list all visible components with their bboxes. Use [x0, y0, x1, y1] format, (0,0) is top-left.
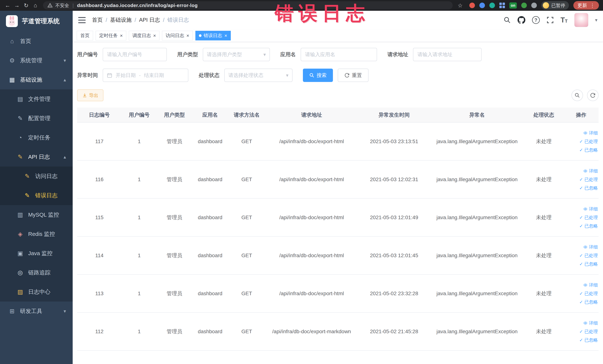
mark-ignored-link[interactable]: ✓已忽略: [565, 260, 598, 268]
detail-link[interactable]: 详细: [565, 167, 598, 175]
exception-time-range-picker[interactable]: 开始日期 - 结束日期: [103, 69, 188, 82]
sidebar-item-file-manage[interactable]: ▤ 文件管理: [0, 89, 73, 109]
sidebar-item-cron-job[interactable]: ◔ 定时任务: [0, 128, 73, 147]
tab-schedule-log[interactable]: 调度日志 ×: [129, 31, 159, 40]
mark-ignored-link[interactable]: ✓已忽略: [565, 184, 598, 192]
mark-processed-link[interactable]: ✓已处理: [565, 175, 598, 184]
active-dot: [199, 34, 201, 37]
mark-ignored-link[interactable]: ✓已忽略: [565, 146, 598, 154]
profile-avatar-icon: [543, 2, 549, 9]
extension-icon-teal[interactable]: [489, 3, 495, 8]
browser-update-button[interactable]: 更新 ⋮: [573, 1, 599, 10]
close-icon[interactable]: ×: [120, 33, 123, 38]
sidebar-item-tracing[interactable]: ◎ 链路追踪: [0, 263, 73, 282]
browser-toolbar: ← → ↻ ⌂ 不安全 | dashboard.yudao.iocoder.cn…: [0, 0, 603, 11]
sidebar-item-devtools[interactable]: ⊞ 研发工具 ▾: [0, 302, 73, 321]
mark-ignored-link[interactable]: ✓已忽略: [565, 336, 598, 344]
sidebar-item-system[interactable]: ⚙ 系统管理 ▾: [0, 51, 73, 70]
refresh-button[interactable]: [587, 90, 599, 101]
search-button[interactable]: 搜索: [303, 69, 333, 82]
mark-processed-link[interactable]: ✓已处理: [565, 251, 598, 260]
sidebar-item-log-center[interactable]: ▨ 日志中心: [0, 282, 73, 302]
toggle-search-button[interactable]: [571, 90, 583, 101]
cell-process-status: 未处理: [524, 274, 564, 312]
avatar[interactable]: [574, 13, 588, 27]
cell-request-url: /api/infra/db-doc/export-html: [265, 160, 358, 199]
back-icon[interactable]: ←: [3, 2, 12, 9]
user-id-input[interactable]: [103, 48, 167, 61]
user-type-select[interactable]: 请选择用户类型 ▾: [203, 48, 270, 61]
tab-access-log[interactable]: 访问日志 ×: [162, 31, 193, 40]
kebab-menu-icon[interactable]: ⋮: [590, 3, 595, 8]
sidebar-item-error-log[interactable]: ✎ 错误日志: [0, 186, 73, 205]
cell-exception-name: java.lang.IllegalArgumentException: [430, 312, 524, 351]
request-url-input[interactable]: [413, 48, 482, 61]
mark-ignored-link[interactable]: ✓已忽略: [565, 222, 598, 230]
tab-home[interactable]: 首页: [77, 31, 93, 40]
on-badge[interactable]: on: [509, 2, 517, 9]
cell-exception-time: 2021-05-02 21:45:28: [358, 312, 430, 351]
detail-link[interactable]: 详细: [565, 129, 598, 137]
breadcrumb-infra[interactable]: 基础设施: [110, 16, 132, 24]
sidebar-item-api-log[interactable]: ✎ API 日志 ▴: [0, 147, 73, 166]
mark-processed-link[interactable]: ✓已处理: [565, 137, 598, 146]
detail-link[interactable]: 详细: [565, 281, 598, 289]
sidebar-item-home[interactable]: ⌂ 首页: [0, 32, 73, 51]
close-icon[interactable]: ×: [224, 33, 227, 38]
extension-icon-red[interactable]: [469, 3, 475, 8]
github-icon[interactable]: [518, 16, 525, 24]
export-button[interactable]: 导出: [77, 89, 104, 101]
tab-cron-job[interactable]: 定时任务 ×: [96, 31, 126, 40]
font-size-icon[interactable]: TT: [561, 16, 568, 23]
check-icon: ✓: [579, 139, 583, 144]
bookmark-star-icon[interactable]: ☆: [456, 2, 465, 9]
close-icon[interactable]: ×: [153, 33, 156, 38]
browser-home-icon[interactable]: ⌂: [31, 2, 40, 9]
process-status-select[interactable]: 请选择处理状态 ▾: [224, 69, 292, 82]
fullscreen-icon[interactable]: [546, 16, 554, 24]
check-icon: ✓: [579, 147, 583, 153]
cell-request-url: /api/infra/db-doc/export-markdown: [265, 312, 358, 351]
mark-processed-link[interactable]: ✓已处理: [565, 213, 598, 222]
caret-down-icon[interactable]: ▾: [595, 17, 597, 23]
sidebar-item-redis-monitor[interactable]: ◈ Redis 监控: [0, 224, 73, 244]
forward-icon[interactable]: →: [12, 2, 22, 9]
extension-icon-blue[interactable]: [479, 3, 485, 8]
cell-method: GET: [228, 274, 265, 312]
sidebar-logo[interactable]: 芋道管理系统: [0, 11, 73, 32]
breadcrumb-api-log[interactable]: API 日志: [139, 16, 160, 24]
sidebar-item-mysql-monitor[interactable]: ▥ MySQL 监控: [0, 205, 73, 224]
sidebar-item-label: 定时任务: [28, 134, 50, 141]
detail-link[interactable]: 详细: [565, 205, 598, 213]
address-bar[interactable]: 不安全 | dashboard.yudao.iocoder.cn/infra/l…: [43, 1, 453, 10]
mark-ignored-link[interactable]: ✓已忽略: [565, 298, 598, 306]
cell-process-status: 未处理: [524, 160, 564, 199]
detail-link[interactable]: 详细: [565, 243, 598, 251]
profile-paused-badge[interactable]: 已暂停: [541, 1, 569, 10]
detail-link[interactable]: 详细: [565, 319, 598, 327]
sidebar-item-java-monitor[interactable]: ▣ Java 监控: [0, 244, 73, 263]
breadcrumb-home[interactable]: 首页: [92, 16, 103, 24]
extension-icon-gray[interactable]: [531, 3, 537, 8]
sidebar-item-config-manage[interactable]: ✎ 配置管理: [0, 109, 73, 128]
extension-icon-green[interactable]: [521, 3, 527, 8]
app-name-label: 应用名: [280, 51, 296, 58]
search-icon[interactable]: [503, 16, 511, 24]
mark-processed-link[interactable]: ✓已处理: [565, 289, 598, 298]
sidebar-toggle-icon[interactable]: [78, 17, 86, 23]
mark-processed-link[interactable]: ✓已处理: [565, 327, 598, 336]
close-icon[interactable]: ×: [186, 33, 189, 38]
sidebar-item-infra[interactable]: ▦ 基础设施 ▴: [0, 70, 73, 89]
reset-button-label: 重置: [352, 72, 362, 79]
sidebar-item-label: 访问日志: [35, 172, 58, 180]
logo-icon: [6, 15, 18, 27]
cell-request-url: /api/infra/db-doc/export-html: [265, 199, 358, 236]
app-name-input[interactable]: [301, 48, 377, 61]
tab-error-log[interactable]: 错误日志 ×: [195, 31, 231, 40]
help-icon[interactable]: ?: [532, 16, 540, 24]
reset-button[interactable]: 重置: [338, 69, 369, 82]
reload-icon[interactable]: ↻: [22, 2, 31, 9]
cell-user-type: 管理员: [157, 236, 192, 274]
extensions-grid-icon[interactable]: [499, 3, 505, 8]
sidebar-item-access-log[interactable]: ✎ 访问日志: [0, 166, 73, 186]
